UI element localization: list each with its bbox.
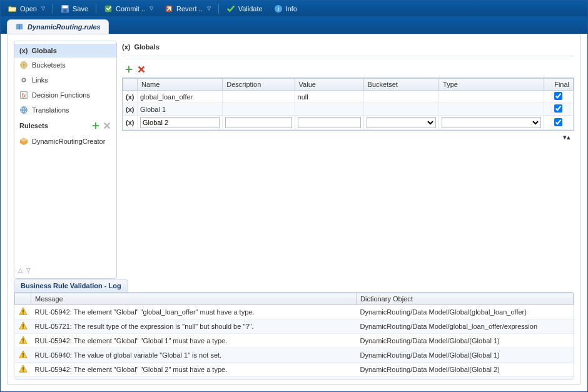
col-name[interactable]: Name	[138, 79, 223, 91]
log-row[interactable]: RUL-05942: The element "Global" "Global …	[15, 363, 574, 377]
rulesets-label: Rulesets	[19, 122, 48, 129]
global-row-icon: (x)	[126, 119, 135, 126]
up-icon[interactable]: △	[18, 267, 23, 273]
log-row[interactable]: RUL-05721: The result type of the expres…	[15, 319, 574, 334]
col-type[interactable]: Type	[439, 79, 544, 91]
cell-description[interactable]	[223, 103, 295, 116]
sidebar-item-translations[interactable]: Translations	[14, 103, 116, 118]
sidebar-item-label: Decision Functions	[32, 91, 90, 99]
sidebar-item-decision-functions[interactable]: fx Decision Functions	[14, 88, 116, 103]
type-select[interactable]	[442, 117, 541, 128]
table-row[interactable]: (x)Global 1	[123, 103, 574, 116]
bucketsets-icon	[19, 61, 28, 69]
info-label: Info	[286, 5, 297, 13]
warning-icon	[19, 364, 28, 373]
log-row[interactable]: RUL-05942: The element "Global" "global_…	[15, 305, 574, 319]
log-message: RUL-05940: The value of global variable …	[31, 348, 357, 363]
svg-text:fx: fx	[22, 93, 26, 99]
validate-label: Validate	[238, 5, 263, 13]
final-checkbox[interactable]	[554, 118, 562, 126]
svg-rect-20	[23, 371, 24, 372]
svg-rect-19	[23, 367, 24, 369]
col-final[interactable]: Final	[544, 79, 573, 91]
left-sidebar: (x) Globals Bucketsets Links fx Decision…	[14, 41, 117, 279]
log-col-object[interactable]: Dictionary Object	[357, 293, 574, 305]
bucketset-select[interactable]	[367, 117, 437, 128]
commit-button[interactable]: Commit .. ▽	[99, 3, 158, 14]
log-message: RUL-05942: The element "Global" "Global …	[31, 363, 357, 377]
globals-icon: (x)	[19, 47, 28, 54]
sidebar-item-label: Links	[32, 76, 48, 84]
table-row[interactable]: (x)	[123, 116, 574, 130]
book-icon	[15, 23, 24, 31]
cell-value[interactable]: null	[295, 91, 363, 103]
down-icon[interactable]: ▽	[26, 267, 31, 273]
log-row[interactable]: RUL-05940: The value of global variable …	[15, 377, 574, 380]
description-input[interactable]	[225, 117, 291, 128]
add-icon[interactable]	[124, 65, 133, 74]
final-checkbox[interactable]	[554, 104, 562, 113]
warning-icon	[19, 379, 28, 379]
svg-rect-13	[23, 324, 24, 326]
sidebar-item-label: Globals	[31, 47, 56, 54]
warning-icon	[19, 321, 28, 330]
cell-name[interactable]: Global 1	[138, 103, 223, 116]
cell-bucketset[interactable]	[363, 103, 439, 116]
warning-icon	[19, 307, 28, 316]
dropdown-icon: ▽	[150, 6, 153, 11]
revert-icon	[165, 4, 173, 13]
revert-button[interactable]: Revert .. ▽	[160, 3, 216, 14]
col-description[interactable]: Description	[223, 79, 295, 91]
svg-rect-16	[23, 342, 24, 343]
cell-type[interactable]	[439, 91, 544, 103]
cell-bucketset[interactable]	[363, 91, 439, 103]
collapse-toggle-icon[interactable]: ▾▴	[563, 133, 570, 141]
log-message: RUL-05942: The element "Global" "Global …	[31, 334, 357, 348]
ruleset-item[interactable]: DynamicRoutingCreator	[14, 134, 116, 149]
log-col-message[interactable]: Message	[31, 293, 357, 305]
main-toolbar: Open ▽ Save Commit .. ▽ Revert .. ▽ Vali…	[1, 1, 587, 16]
log-object: DynamicRouting/Data Model/global_loan_of…	[357, 319, 574, 334]
svg-rect-11	[23, 309, 24, 312]
svg-rect-15	[23, 338, 24, 341]
log-panel: Business Rule Validation - Log Message D…	[14, 279, 574, 379]
open-button[interactable]: Open ▽	[3, 3, 50, 14]
delete-icon[interactable]	[103, 121, 111, 130]
name-input[interactable]	[140, 117, 220, 128]
add-icon[interactable]	[91, 121, 100, 130]
log-row[interactable]: RUL-05942: The element "Global" "Global …	[15, 334, 574, 348]
col-value[interactable]: Value	[295, 79, 363, 91]
sidebar-item-links[interactable]: Links	[14, 73, 116, 88]
log-tab[interactable]: Business Rule Validation - Log	[14, 279, 128, 292]
svg-text:i: i	[277, 5, 279, 12]
sidebar-item-bucketsets[interactable]: Bucketsets	[14, 58, 116, 73]
log-row[interactable]: RUL-05940: The value of global variable …	[15, 348, 574, 363]
translations-icon	[19, 106, 28, 114]
save-button[interactable]: Save	[56, 3, 93, 14]
commit-icon	[104, 4, 113, 13]
validate-button[interactable]: Validate	[221, 3, 268, 14]
revert-label: Revert ..	[176, 5, 203, 13]
file-tab[interactable]: DynamicRouting.rules	[7, 19, 109, 34]
links-icon	[19, 76, 28, 84]
folder-open-icon	[8, 4, 17, 13]
final-checkbox[interactable]	[554, 92, 562, 100]
warning-icon	[19, 336, 28, 344]
cell-name[interactable]: global_loan_offer	[138, 91, 223, 103]
sidebar-item-globals[interactable]: (x) Globals	[14, 44, 116, 58]
col-bucketset[interactable]: Bucketset	[363, 79, 439, 91]
cell-type[interactable]	[439, 103, 544, 116]
ruleset-icon	[19, 137, 28, 146]
cell-description[interactable]	[223, 91, 295, 103]
cell-value[interactable]	[295, 103, 363, 116]
info-button[interactable]: i Info	[269, 3, 302, 14]
content-pane: (x) Globals Name Description	[122, 41, 574, 279]
content-title-label: Globals	[134, 43, 159, 51]
delete-icon[interactable]	[137, 65, 146, 74]
table-row[interactable]: (x)global_loan_offernull	[123, 91, 574, 103]
log-message: RUL-05940: The value of global variable …	[31, 377, 357, 380]
commit-label: Commit ..	[116, 5, 145, 13]
globals-table: Name Description Value Bucketset Type Fi…	[122, 78, 574, 131]
value-input[interactable]	[298, 117, 361, 128]
log-title: Business Rule Validation - Log	[21, 282, 121, 289]
